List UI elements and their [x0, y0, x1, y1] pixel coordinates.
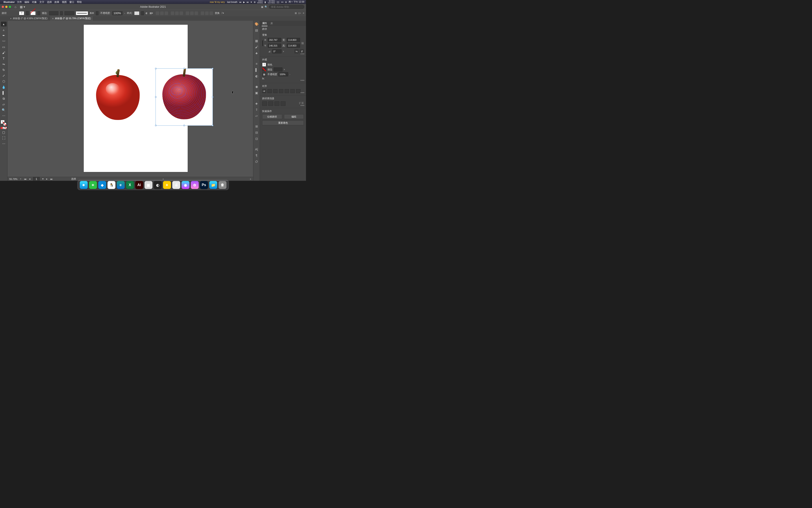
artboards-panel-icon[interactable]: ▱	[255, 114, 258, 118]
align-right-icon[interactable]	[164, 11, 168, 15]
pathfinder-exclude-button[interactable]	[281, 101, 286, 106]
color-panel-icon[interactable]: 🎨	[255, 22, 258, 26]
spacing-3-icon[interactable]	[209, 11, 213, 15]
pen-tool[interactable]: ✒	[1, 33, 7, 38]
dock-app-4[interactable]: ✿	[191, 181, 199, 189]
blend-tool[interactable]: ⧉	[1, 96, 7, 101]
opacity-flyout-icon[interactable]: ›	[289, 73, 290, 76]
transform-label[interactable]: 变换	[215, 11, 220, 15]
menu-object[interactable]: 对象	[32, 0, 37, 4]
edit-inside-icon[interactable]: ⫿▸	[298, 12, 301, 14]
artboard-nav-prev-icon[interactable]: ◂	[29, 177, 31, 180]
align-to-dropdown[interactable]: ▪▾	[262, 89, 266, 93]
menu-type[interactable]: 文字	[39, 0, 44, 4]
artboard-dropdown-icon[interactable]: ▾	[42, 177, 44, 180]
brush-dropdown[interactable]	[96, 11, 98, 15]
chart-icon[interactable]: ▮	[265, 1, 266, 3]
fill-swatch[interactable]	[19, 11, 24, 15]
align-pixel-grid-icon[interactable]: ▦▾	[150, 12, 153, 14]
traced-apple-vector[interactable]	[162, 74, 206, 119]
character-panel-icon[interactable]: A|	[255, 147, 258, 151]
document-tab-2[interactable]: × 未标题-2* @ 55.79% (CMYK/预览)	[50, 16, 93, 21]
menu-help[interactable]: 帮助	[77, 0, 82, 4]
offset-path-button[interactable]: 位移路径	[262, 114, 282, 119]
width-input[interactable]	[287, 38, 300, 42]
more-icon[interactable]: •••	[281, 1, 284, 3]
align-bottom-icon[interactable]	[180, 11, 183, 15]
graphic-style-dropdown[interactable]	[141, 11, 144, 15]
scroll-right-icon[interactable]: ▸	[250, 177, 251, 180]
stroke-weight-field[interactable]	[274, 68, 282, 72]
variable-width-profile[interactable]	[64, 11, 74, 15]
stroke-dropdown[interactable]	[38, 11, 40, 15]
resize-handle-bl[interactable]	[155, 125, 156, 126]
dock-downloads[interactable]: 📁	[209, 181, 217, 189]
align-hcenter-icon[interactable]	[160, 11, 164, 15]
align-left-icon[interactable]	[156, 11, 159, 15]
stroke-weight-input[interactable]	[49, 11, 58, 15]
dock-preview[interactable]: ▣	[145, 181, 152, 189]
opacity-input[interactable]	[112, 11, 123, 15]
angle-input[interactable]	[272, 49, 282, 53]
transform-flyout-icon[interactable]: ⤴▾	[222, 12, 224, 14]
flip-horizontal-icon[interactable]: ⇋	[294, 49, 298, 53]
artboard-nav-next-icon[interactable]: ▸	[46, 177, 48, 180]
stroke-panel-icon[interactable]: ≡	[255, 62, 258, 66]
more-tools-icon[interactable]: ⋯	[1, 141, 7, 146]
artboard-tool[interactable]: ▱	[1, 102, 7, 107]
brushes-panel-icon[interactable]: 🖌	[255, 45, 258, 49]
edit-toolbar-icon[interactable]: ⋯	[1, 113, 7, 118]
dock-illustrator[interactable]: Ai	[135, 181, 143, 189]
transparency-panel-icon[interactable]: ◐	[255, 74, 258, 78]
dock-photoshop[interactable]: Ps	[200, 181, 208, 189]
section-more-icon[interactable]: •••	[300, 91, 305, 94]
selection-bounding-box[interactable]	[155, 68, 213, 126]
fill-dropdown[interactable]	[26, 11, 29, 15]
stroke-weight-dropdown-icon[interactable]: ▾	[284, 68, 285, 71]
wifi-icon[interactable]: ⊚	[285, 1, 287, 3]
asset-export-panel-icon[interactable]: ⇪	[255, 108, 258, 112]
menu-view[interactable]: 视图	[62, 0, 67, 4]
pathfinder-minus-front-button[interactable]	[268, 101, 273, 106]
opacity-field[interactable]	[279, 72, 288, 76]
dock-qq[interactable]: 🐧	[107, 181, 115, 189]
search-icon[interactable]: 🔍	[265, 5, 268, 8]
artboard-nav-last-icon[interactable]: ⏭	[50, 178, 53, 180]
resize-handle-ml[interactable]	[155, 96, 156, 98]
dock-dingtalk[interactable]: ◆	[98, 181, 106, 189]
zoom-dropdown-icon[interactable]: ▾	[20, 177, 21, 180]
workspace-switcher-icon[interactable]: ▣	[261, 5, 263, 8]
align-bottom-button[interactable]	[296, 89, 300, 93]
resize-handle-tm[interactable]	[184, 68, 185, 69]
x-input[interactable]	[268, 38, 281, 42]
reference-point-selector[interactable]	[262, 40, 263, 46]
media-next-icon[interactable]: ⏭	[247, 1, 249, 3]
dock-app-2[interactable]: 🖨	[172, 181, 180, 189]
fx-label[interactable]: fx.	[262, 77, 265, 80]
draw-mode-icon[interactable]: ▢	[1, 130, 7, 135]
resize-handle-mr[interactable]	[212, 96, 213, 98]
dock-excel[interactable]: X	[126, 181, 134, 189]
raster-apple-image[interactable]	[96, 75, 140, 120]
opentype-panel-icon[interactable]: O	[255, 160, 258, 164]
help-search-input[interactable]	[269, 5, 304, 9]
angle-dropdown-icon[interactable]: ▾	[283, 50, 284, 53]
artboard-number-input[interactable]	[33, 177, 40, 181]
recolor-button[interactable]: 重新着色	[262, 120, 304, 125]
gradient-panel-icon[interactable]: ▌	[255, 68, 258, 72]
paragraph-panel-icon[interactable]: ¶	[255, 154, 258, 158]
gradient-tool[interactable]: ▌	[1, 90, 7, 95]
spacing-2-icon[interactable]	[205, 11, 208, 15]
scale-tool[interactable]: ⤢	[1, 73, 7, 78]
dock-c4d[interactable]: ◐	[154, 181, 162, 189]
stroke-color-swatch[interactable]	[3, 122, 7, 126]
window-maximize-button[interactable]	[9, 6, 11, 8]
cc-panel-icon[interactable]: ⊟	[255, 130, 258, 134]
globe-icon[interactable]: ⊕	[254, 1, 255, 3]
home-icon[interactable]: ⌂	[14, 5, 16, 9]
menu-effect[interactable]: 效果	[54, 0, 59, 4]
section-more-icon[interactable]: •••	[300, 79, 305, 82]
rotate-tool[interactable]: ↻	[1, 68, 7, 72]
app-name[interactable]: Illustrator	[4, 1, 15, 3]
media-play-icon[interactable]: ▶	[243, 1, 245, 3]
